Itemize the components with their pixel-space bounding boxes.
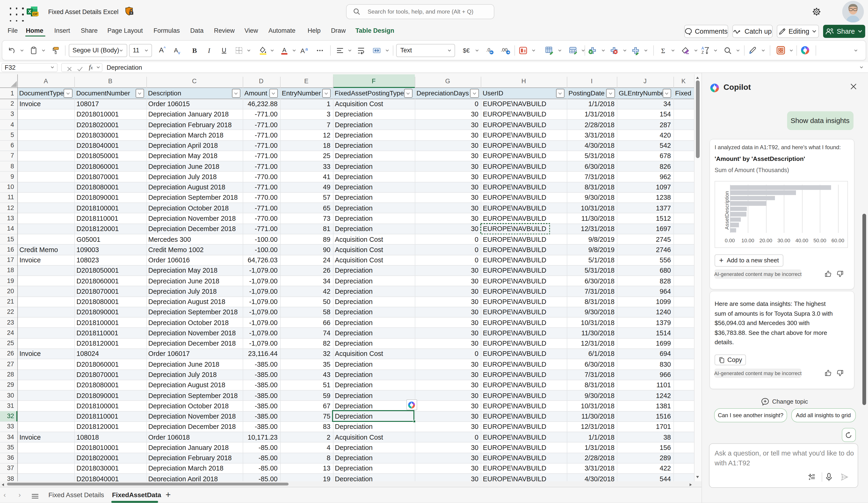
svg-text:DF: DF — [33, 12, 38, 16]
svg-text:Σ: Σ — [661, 47, 665, 54]
svg-text:A: A — [702, 46, 704, 50]
svg-text:A: A — [282, 46, 286, 53]
svg-text:B: B — [192, 46, 197, 54]
svg-text:a: a — [306, 46, 308, 51]
svg-text:A: A — [300, 47, 305, 54]
svg-text:X: X — [28, 9, 31, 14]
svg-text:U: U — [221, 47, 226, 53]
svg-text:$€: $€ — [463, 47, 470, 54]
svg-text:I: I — [207, 46, 210, 54]
svg-text:Z: Z — [702, 51, 704, 54]
svg-text:.0: .0 — [486, 47, 490, 52]
